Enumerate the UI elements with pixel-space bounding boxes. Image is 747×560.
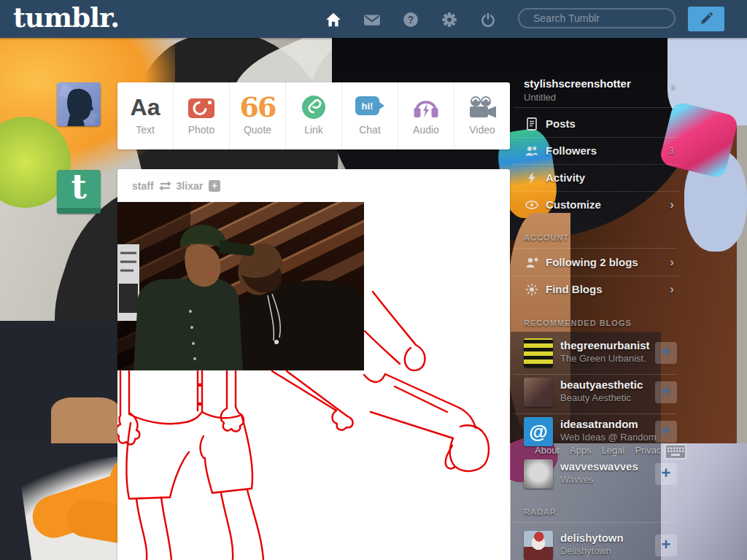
blog-avatar — [524, 459, 553, 489]
follow-plus-button[interactable]: + — [655, 534, 677, 556]
blog-row-wavveswavves[interactable]: wavveswavves Wavves + — [511, 458, 680, 496]
follow-plus-button[interactable]: + — [655, 342, 677, 364]
sidebar-item-followers[interactable]: Followers 3 — [511, 137, 680, 165]
footer-link-legal[interactable]: Legal — [602, 445, 625, 456]
blog-name[interactable]: ideasatrandom — [560, 418, 638, 430]
composer-label: Quote — [244, 124, 271, 136]
blog-row-delishytown[interactable]: delishytown Delishytown + — [511, 529, 680, 560]
help-icon[interactable]: ? — [403, 12, 419, 28]
top-nav-bar: tumblr. ? — [0, 0, 747, 38]
bg-skin-patch — [51, 397, 120, 443]
composer-label: Text — [136, 124, 155, 136]
follow-source-button[interactable]: + — [209, 180, 220, 192]
svg-text:hi!: hi! — [362, 101, 374, 112]
sidebar-item-label: Customize — [546, 198, 601, 211]
link-icon — [301, 94, 327, 120]
dashboard-post: staff 3lixar + — [117, 169, 510, 560]
sidebar-username[interactable]: stylishscreenshotter — [524, 77, 631, 90]
t-glyph: t — [57, 170, 101, 206]
follow-plus-button[interactable]: + — [655, 421, 677, 443]
composer-chat-button[interactable]: hi! Chat — [341, 82, 398, 149]
blog-name[interactable]: delishytown — [560, 532, 624, 544]
footer-links: AboutAppsLegalPrivacy — [535, 445, 660, 456]
composer-label: Link — [304, 124, 323, 136]
sidebar-item-find-blogs[interactable]: Find Blogs › — [511, 276, 680, 303]
home-icon[interactable] — [325, 12, 341, 28]
composer-link-button[interactable]: Link — [285, 82, 341, 149]
camera-icon — [187, 96, 215, 119]
composer-label: Video — [469, 124, 495, 136]
chevron-right-icon[interactable]: › — [671, 79, 676, 93]
user-avatar[interactable] — [57, 82, 101, 126]
blog-name[interactable]: wavveswavves — [560, 460, 638, 472]
footer-link-privacy[interactable]: Privacy — [635, 445, 660, 456]
divider — [514, 107, 677, 108]
search-bar[interactable] — [518, 8, 676, 28]
search-input[interactable] — [532, 12, 667, 25]
sidebar-item-label: Posts — [546, 117, 576, 130]
t-logo-base — [57, 208, 101, 214]
sidebar-blog-title: Untitled — [524, 92, 556, 103]
follow-plus-button[interactable]: + — [655, 381, 677, 403]
lightning-icon — [525, 171, 538, 184]
blog-avatar: @ — [524, 417, 553, 446]
blog-name[interactable]: beautyaesthetic — [560, 378, 643, 391]
divider — [514, 413, 677, 414]
blog-description: Delishytown — [560, 545, 662, 556]
chevron-right-icon: › — [670, 255, 674, 270]
text-icon: Aa — [131, 96, 160, 119]
new-post-button[interactable] — [688, 7, 724, 31]
blog-description: Web Ideas @ Random — [560, 432, 662, 443]
blog-description: Beauty Aesthetic — [560, 392, 662, 403]
gear-icon[interactable] — [441, 12, 457, 28]
reblog-icon — [159, 181, 171, 191]
chat-bubble-icon: hi! — [355, 96, 385, 119]
video-camera-icon — [467, 96, 498, 119]
follow-plus-button[interactable]: + — [655, 463, 677, 485]
sidebar-item-posts[interactable]: Posts — [511, 110, 680, 138]
avatar-silhouette-icon — [57, 82, 101, 126]
sidebar-item-label: Activity — [546, 171, 585, 184]
composer-video-button[interactable]: Video — [454, 82, 510, 149]
blog-avatar — [524, 531, 553, 560]
footer-link-about[interactable]: About — [535, 445, 560, 456]
composer-photo-button[interactable]: Photo — [173, 82, 229, 149]
sidebar-item-label: Followers — [546, 144, 597, 157]
mail-icon[interactable] — [363, 12, 379, 28]
tumblr-dashboard: tumblr. ? — [0, 0, 747, 560]
recommended-section-header: RECOMMENDED BLOGS — [524, 319, 632, 327]
blog-name[interactable]: thegreenurbanist — [560, 339, 650, 351]
blog-row-thegreenurbanist[interactable]: thegreenurbanist The Green Urbanist. + — [511, 337, 680, 375]
followers-count: 3 — [669, 145, 674, 156]
composer-label: Photo — [188, 124, 215, 136]
sidebar-item-customize[interactable]: Customize › — [511, 191, 680, 218]
tumblr-t-logo[interactable]: t — [57, 170, 101, 214]
composer-text-button[interactable]: Aa Text — [117, 82, 173, 149]
tumblr-logo[interactable]: tumblr. — [13, 1, 119, 34]
eye-icon — [525, 198, 538, 211]
pencil-icon — [699, 12, 713, 26]
blog-avatar — [524, 378, 553, 407]
composer-label: Chat — [359, 124, 381, 136]
followers-icon — [525, 144, 538, 158]
posts-icon — [525, 117, 538, 131]
keyboard-shortcuts-icon[interactable] — [665, 444, 686, 463]
blog-row-beautyaesthetic[interactable]: beautyaesthetic Beauty Aesthetic + — [511, 376, 680, 414]
chevron-right-icon: › — [670, 282, 674, 297]
quote-icon: 66 — [240, 96, 276, 118]
compass-burst-icon — [525, 283, 538, 296]
blog-avatar — [524, 338, 553, 368]
headphones-icon — [412, 95, 440, 120]
divider — [514, 522, 677, 523]
footer-link-apps[interactable]: Apps — [570, 445, 592, 456]
post-photo[interactable] — [117, 202, 364, 370]
sidebar-item-activity[interactable]: Activity — [511, 164, 680, 192]
reblogger-link[interactable]: staff — [132, 180, 154, 192]
svg-text:?: ? — [408, 15, 414, 26]
composer-quote-button[interactable]: 66 Quote — [229, 82, 285, 149]
composer-audio-button[interactable]: Audio — [398, 82, 454, 149]
sidebar-item-following[interactable]: Following 2 blogs › — [511, 249, 680, 276]
chevron-right-icon: › — [670, 198, 674, 212]
source-blog-link[interactable]: 3lixar — [177, 180, 204, 192]
power-icon[interactable] — [480, 12, 496, 28]
